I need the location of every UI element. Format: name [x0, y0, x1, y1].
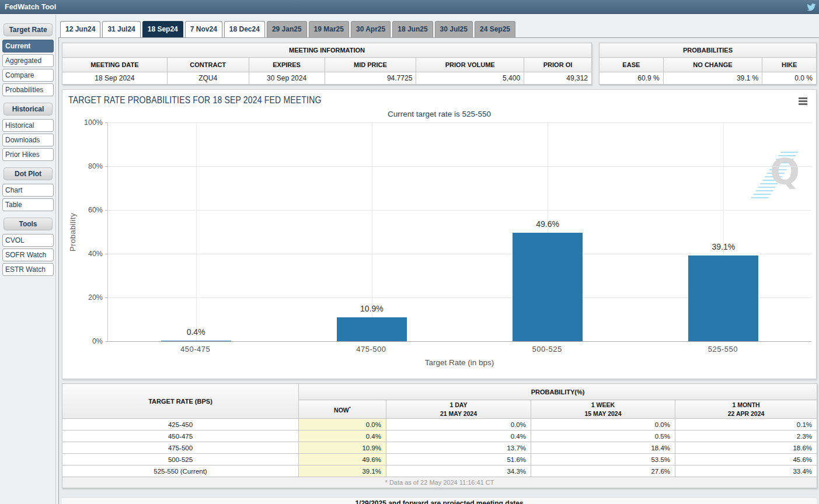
meeting-info-row: 18 Sep 2024 ZQU4 30 Sep 2024 94.7725 5,4… — [62, 72, 592, 85]
sidebar-item-aggregated[interactable]: Aggregated — [2, 54, 54, 67]
sidebar-item-compare[interactable]: Compare — [2, 69, 54, 82]
grid-line-h — [108, 254, 811, 254]
data-as-of-footnote: * Data as of 22 May 2024 11:16:41 CT — [62, 477, 817, 488]
probability-bar — [161, 341, 231, 342]
probability-history-table: TARGET RATE (BPS) PROBABILITY(%) NOW* 1 … — [62, 383, 817, 488]
col-prior-volume: PRIOR VOLUME — [416, 58, 524, 72]
tab-18-sep24[interactable]: 18 Sep24 — [142, 21, 183, 37]
grid-line-h — [108, 123, 811, 123]
col-now: NOW* — [299, 400, 386, 419]
table-row: 475-500 10.9% 13.7% 18.4% 18.6% — [62, 442, 817, 454]
probability-bar — [688, 256, 758, 341]
chart-menu-icon[interactable] — [799, 97, 807, 106]
now-cell: 0.0% — [299, 419, 386, 430]
now-cell: 39.1% — [299, 466, 386, 477]
sidebar-section-tools: Tools CVOL SOFR Watch ESTR Watch — [2, 218, 54, 276]
sidebar-section-historical: Historical Historical Downloads Prior Hi… — [2, 103, 54, 161]
sidebar-header-tools: Tools — [4, 218, 53, 230]
watermark-stripes-icon — [751, 152, 799, 198]
tab-30-jul25[interactable]: 30 Jul25 — [435, 21, 473, 37]
sidebar-section-target-rate: Target Rate Current Aggregated Compare P… — [2, 23, 54, 96]
table-row: 450-475 0.4% 0.4% 0.5% 2.3% — [62, 430, 817, 442]
month-cell: 45.6% — [675, 454, 817, 466]
probability-bar — [513, 233, 583, 341]
rate-cell: 450-475 — [62, 430, 299, 442]
table-row: 525-550 (Current) 39.1% 34.3% 27.6% 33.4… — [62, 466, 817, 477]
grid-line-v — [196, 123, 197, 341]
grid-line-h — [108, 166, 811, 167]
tab-31-jul24[interactable]: 31 Jul24 — [102, 21, 140, 37]
tab-7-nov24[interactable]: 7 Nov24 — [185, 21, 222, 37]
tab-18-dec24[interactable]: 18 Dec24 — [224, 21, 265, 37]
quikstrike-watermark: Q — [755, 152, 801, 201]
sidebar-item-table[interactable]: Table — [2, 198, 54, 211]
tab-30-apr25[interactable]: 30 Apr25 — [351, 21, 391, 37]
rate-cell: 425-450 — [62, 419, 299, 430]
x-axis-labels: 450-475475-500500-525525-550 — [107, 345, 811, 355]
month-cell: 33.4% — [675, 466, 817, 477]
week-cell: 0.5% — [531, 430, 675, 442]
month-cell: 0.1% — [675, 419, 817, 430]
probability-chart: TARGET RATE PROBABILITIES FOR 18 SEP 202… — [62, 89, 817, 379]
corner-header: TARGET RATE (BPS) — [62, 384, 299, 419]
y-tick-label: 80% — [88, 162, 103, 170]
col-1-month: 1 MONTH22 APR 2024 — [675, 400, 817, 419]
y-tick-label: 60% — [88, 206, 103, 214]
sidebar-item-current[interactable]: Current — [2, 40, 54, 52]
sidebar-item-sofr-watch[interactable]: SOFR Watch — [2, 249, 54, 261]
col-ease: EASE — [600, 58, 664, 72]
tab-19-mar25[interactable]: 19 Mar25 — [309, 21, 349, 37]
meeting-date-tabs: 12 Jun24 31 Jul24 18 Sep24 7 Nov24 18 De… — [56, 15, 819, 37]
x-tick-label: 500-525 — [532, 345, 562, 354]
probabilities-row: 60.9 % 39.1 % 0.0 % — [600, 72, 817, 85]
tab-29-jan25[interactable]: 29 Jan25 — [267, 21, 307, 37]
app-title: FedWatch Tool — [5, 3, 56, 11]
now-cell: 49.6% — [299, 454, 386, 466]
meeting-information-table: MEETING INFORMATION MEETING DATE CONTRAC… — [62, 43, 592, 85]
now-cell: 10.9% — [299, 442, 386, 454]
y-tick-label: 0% — [92, 337, 103, 345]
sidebar-item-historical[interactable]: Historical — [2, 119, 54, 132]
expires-value: 30 Sep 2024 — [249, 72, 325, 85]
sidebar-item-estr-watch[interactable]: ESTR Watch — [2, 263, 54, 276]
x-tick-label: 525-550 — [708, 345, 738, 354]
chart-plot-area: Q 0.4%10.9%49.6%39.1% — [107, 123, 811, 342]
meeting-date-value: 18 Sep 2024 — [62, 72, 168, 85]
sidebar: Target Rate Current Aggregated Compare P… — [0, 15, 56, 504]
meeting-info-title: MEETING INFORMATION — [62, 43, 592, 58]
col-hike: HIKE — [762, 58, 817, 72]
y-tick-label: 100% — [84, 118, 103, 127]
sidebar-item-cvol[interactable]: CVOL — [2, 234, 54, 247]
rate-cell: 525-550 (Current) — [62, 466, 299, 477]
col-prior-oi: PRIOR OI — [524, 58, 592, 72]
x-tick-label: 475-500 — [356, 345, 386, 354]
month-cell: 2.3% — [675, 430, 817, 442]
month-cell: 18.6% — [675, 442, 817, 454]
now-cell: 0.4% — [299, 430, 386, 442]
watermark-q-icon: Q — [770, 154, 800, 189]
col-1-week: 1 WEEK15 MAY 2024 — [531, 400, 675, 419]
twitter-icon[interactable] — [807, 2, 816, 12]
chart-title: TARGET RATE PROBABILITIES FOR 18 SEP 202… — [68, 94, 322, 106]
col-meeting-date: MEETING DATE — [62, 58, 168, 72]
prior-oi-value: 49,312 — [524, 72, 592, 85]
no-change-value: 39.1 % — [663, 72, 762, 85]
day-cell: 13.7% — [386, 442, 531, 454]
col-contract: CONTRACT — [167, 58, 249, 72]
sidebar-item-downloads[interactable]: Downloads — [2, 134, 54, 146]
tab-18-jun25[interactable]: 18 Jun25 — [392, 21, 433, 37]
content-panel: MEETING INFORMATION MEETING DATE CONTRAC… — [58, 37, 819, 504]
bar-value-label: 49.6% — [536, 219, 559, 229]
grid-line-h — [108, 210, 811, 211]
tab-24-sep25[interactable]: 24 Sep25 — [475, 21, 515, 37]
sidebar-item-probabilities[interactable]: Probabilities — [2, 83, 54, 96]
day-cell: 34.3% — [386, 466, 531, 477]
contract-value: ZQU4 — [167, 72, 249, 85]
sidebar-item-chart[interactable]: Chart — [2, 184, 54, 197]
prior-volume-value: 5,400 — [416, 72, 524, 85]
projected-dates-note: 1/29/2025 and forward are projected meet… — [62, 497, 817, 504]
tab-12-jun24[interactable]: 12 Jun24 — [60, 21, 100, 37]
sidebar-item-prior-hikes[interactable]: Prior Hikes — [2, 148, 54, 161]
week-cell: 0.0% — [531, 419, 675, 430]
table-row: 425-450 0.0% 0.0% 0.0% 0.1% — [62, 419, 817, 430]
